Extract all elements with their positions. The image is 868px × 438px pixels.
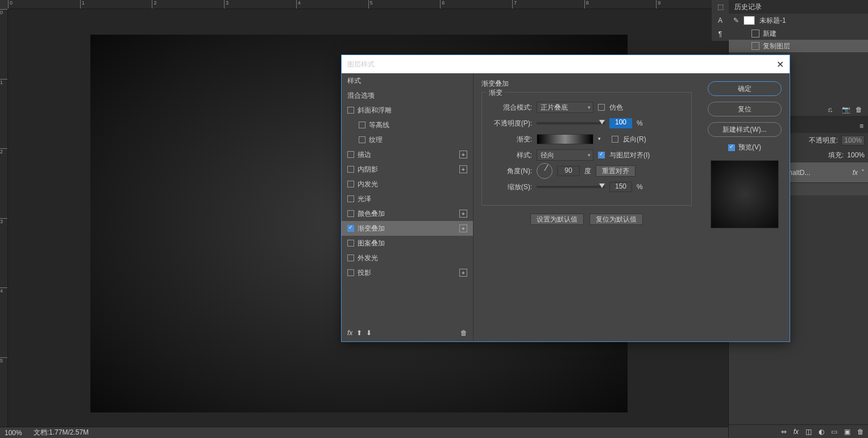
- trash-icon[interactable]: 🗑: [460, 329, 467, 337]
- fx-badge[interactable]: fx: [853, 169, 858, 177]
- character-icon[interactable]: A: [712, 14, 729, 27]
- fill-label: 填充:: [828, 151, 844, 160]
- move-up-icon[interactable]: ⬆: [356, 329, 362, 337]
- style-gradient-overlay[interactable]: 渐变叠加+: [342, 221, 473, 236]
- style-contour-check[interactable]: [359, 122, 366, 128]
- style-pattern-overlay[interactable]: 图案叠加: [342, 236, 473, 251]
- style-texture[interactable]: 纹理: [342, 132, 473, 147]
- page-icon: [751, 30, 759, 37]
- opacity-label: 不透明度:: [809, 136, 838, 145]
- styles-header[interactable]: 样式: [342, 73, 473, 88]
- style-inner-glow-check[interactable]: [347, 181, 354, 187]
- dialog-buttons: 确定 复位 新建样式(W)... 预览(V): [700, 73, 790, 341]
- ruler-horizontal: 0123456789: [8, 0, 728, 9]
- make-default-button[interactable]: 设置为默认值: [530, 214, 584, 225]
- page-icon: [751, 42, 759, 50]
- doc-size: 文档:1.77M/2.57M: [34, 428, 89, 437]
- chevron-down-icon[interactable]: ˅: [861, 169, 865, 177]
- preview-check[interactable]: [728, 144, 735, 151]
- folder-icon[interactable]: ▭: [831, 428, 837, 436]
- trash-icon[interactable]: 🗑: [855, 106, 863, 114]
- section-title: 渐变叠加: [481, 79, 692, 89]
- style-inner-shadow[interactable]: 内阴影+: [342, 162, 473, 177]
- style-outer-glow-check[interactable]: [347, 255, 354, 261]
- fieldset-legend: 渐变: [487, 88, 505, 98]
- add-drop-shadow-icon[interactable]: +: [459, 269, 467, 277]
- zoom-level[interactable]: 100%: [5, 429, 22, 437]
- layers-footer: ⇔ fx ◫ ◐ ▭ ▣ 🗑: [729, 424, 868, 438]
- fill-value[interactable]: 100%: [847, 151, 865, 159]
- history-panel-tab[interactable]: 历史记录: [729, 0, 868, 14]
- opacity-input[interactable]: 100: [609, 118, 632, 128]
- add-stroke-icon[interactable]: +: [459, 151, 467, 158]
- link-fx-icon[interactable]: ⎌: [828, 106, 836, 114]
- style-texture-check[interactable]: [359, 136, 366, 143]
- style-color-overlay[interactable]: 颜色叠加+: [342, 206, 473, 221]
- blend-mode-select[interactable]: 正片叠底: [537, 102, 593, 113]
- style-drop-shadow[interactable]: 投影+: [342, 265, 473, 280]
- history-snapshot[interactable]: ✎ 未标题-1: [729, 14, 868, 27]
- add-inner-shadow-icon[interactable]: +: [459, 165, 467, 173]
- style-gradient-overlay-check[interactable]: [347, 225, 354, 232]
- style-bevel[interactable]: 斜面和浮雕: [342, 103, 473, 118]
- move-down-icon[interactable]: ⬇: [366, 329, 372, 337]
- style-outer-glow[interactable]: 外发光: [342, 251, 473, 265]
- fx-menu-icon[interactable]: fx: [347, 329, 352, 337]
- snapshot-name: 未标题-1: [759, 16, 786, 26]
- reverse-check[interactable]: [612, 136, 618, 143]
- gradient-picker[interactable]: [537, 134, 593, 144]
- cancel-button[interactable]: 复位: [708, 102, 782, 116]
- styles-list: 样式 混合选项 斜面和浮雕 等高线 纹理 描边+ 内阴影+ 内发光 光泽 颜色叠…: [342, 73, 474, 341]
- ruler-vertical: 012345: [0, 9, 8, 427]
- gradient-style-select[interactable]: 径向: [537, 149, 593, 161]
- ok-button[interactable]: 确定: [708, 81, 782, 96]
- trash-icon[interactable]: 🗑: [857, 428, 864, 436]
- align-layer-check[interactable]: [598, 152, 605, 158]
- opacity-value[interactable]: 100%: [841, 135, 865, 145]
- new-style-button[interactable]: 新建样式(W)...: [708, 122, 782, 137]
- reset-align-button[interactable]: 重置对齐: [596, 165, 636, 177]
- add-gradient-overlay-icon[interactable]: +: [459, 224, 467, 232]
- style-satin-check[interactable]: [347, 195, 354, 202]
- fx-icon[interactable]: fx: [794, 428, 799, 436]
- scale-slider[interactable]: [537, 186, 605, 188]
- style-contour[interactable]: 等高线: [342, 118, 473, 132]
- mask-add-icon[interactable]: ◫: [805, 428, 812, 436]
- link-icon[interactable]: ⇔: [781, 428, 787, 436]
- style-inner-shadow-check[interactable]: [347, 166, 354, 173]
- style-bevel-check[interactable]: [347, 107, 354, 114]
- paragraph-icon[interactable]: ¶: [712, 27, 729, 41]
- camera-icon[interactable]: 📷: [842, 106, 850, 114]
- cube-icon[interactable]: ⬚: [712, 0, 729, 14]
- history-item-copy-layer[interactable]: 复制图层: [729, 40, 868, 52]
- scale-input[interactable]: 150: [609, 182, 632, 192]
- history-item-new[interactable]: 新建: [729, 27, 868, 40]
- preview-thumbnail: [711, 160, 779, 228]
- style-pattern-overlay-check[interactable]: [347, 240, 354, 247]
- dither-check[interactable]: [598, 104, 605, 111]
- close-icon[interactable]: ✕: [776, 59, 784, 70]
- style-drop-shadow-check[interactable]: [347, 269, 354, 276]
- new-layer-icon[interactable]: ▣: [844, 428, 850, 436]
- status-bar: 100% 文档:1.77M/2.57M: [0, 427, 728, 438]
- snapshot-thumb: [744, 16, 755, 25]
- dialog-title: 图层样式: [347, 60, 375, 69]
- style-inner-glow[interactable]: 内发光: [342, 177, 473, 191]
- style-stroke[interactable]: 描边+: [342, 147, 473, 162]
- angle-dial[interactable]: [537, 163, 553, 179]
- style-color-overlay-check[interactable]: [347, 210, 354, 217]
- adjustment-icon[interactable]: ◐: [819, 428, 824, 436]
- reset-default-button[interactable]: 复位为默认值: [589, 214, 643, 225]
- dialog-titlebar[interactable]: 图层样式 ✕: [342, 55, 790, 73]
- add-color-overlay-icon[interactable]: +: [459, 210, 467, 218]
- panel-menu-icon[interactable]: ≡: [859, 122, 863, 130]
- style-stroke-check[interactable]: [347, 151, 354, 158]
- layer-style-dialog: 图层样式 ✕ 样式 混合选项 斜面和浮雕 等高线 纹理 描边+ 内阴影+ 内发光…: [341, 55, 790, 342]
- opacity-slider[interactable]: [537, 122, 605, 124]
- brush-icon: ✎: [733, 16, 739, 24]
- style-satin[interactable]: 光泽: [342, 191, 473, 206]
- gradient-overlay-settings: 渐变叠加 渐变 混合模式: 正片叠底 仿色 不透明度(P): 100 % 渐变:: [474, 73, 700, 341]
- blend-options-header[interactable]: 混合选项: [342, 88, 473, 103]
- angle-input[interactable]: 90: [557, 166, 580, 176]
